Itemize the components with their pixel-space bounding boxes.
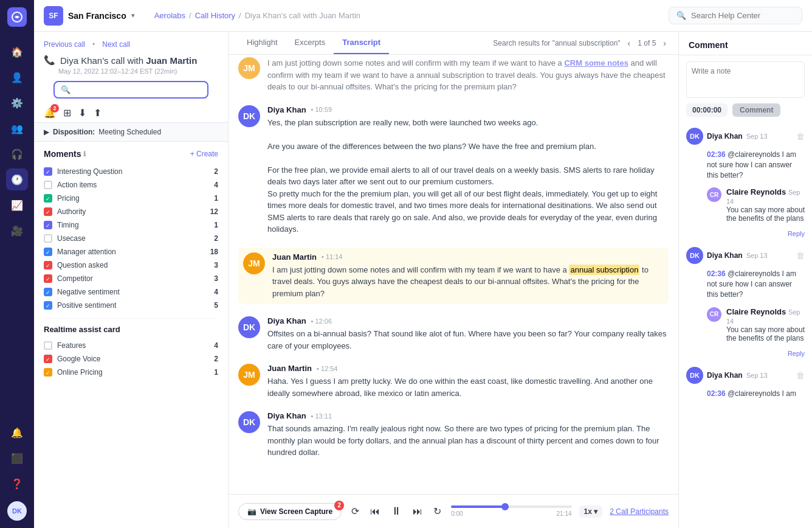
- chevron-down-icon: ▾: [131, 12, 135, 19]
- moment-item[interactable]: ✓ Positive sentiment 5: [44, 299, 218, 312]
- moment-name: Action items: [57, 181, 201, 189]
- comment-delete-icon[interactable]: 🗑: [796, 131, 805, 141]
- skip-to-end-btn[interactable]: ⏭: [410, 504, 425, 519]
- playlist-add-icon[interactable]: ⊞: [63, 107, 71, 119]
- nav-users-icon[interactable]: 👤: [6, 66, 28, 88]
- moment-checkbox[interactable]: ✓: [44, 355, 52, 363]
- moment-item[interactable]: ✓ Pricing 1: [44, 192, 218, 205]
- download-icon[interactable]: ⬇: [78, 107, 86, 119]
- moment-count: 1: [206, 194, 218, 203]
- realtime-items-list: Features 4 ✓ Google Voice 2 ✓ Online Pri…: [44, 339, 218, 379]
- comment-user-row: DK Diya Khan Sep 13 🗑: [686, 247, 805, 264]
- moment-checkbox[interactable]: [44, 234, 52, 243]
- tab-excerpts[interactable]: Excerpts: [286, 32, 334, 54]
- moment-item[interactable]: Features 4: [44, 339, 218, 352]
- nav-help-icon[interactable]: ❓: [6, 473, 28, 495]
- tab-highlight[interactable]: Highlight: [238, 32, 286, 54]
- comment-timestamp-link[interactable]: 02:36: [707, 269, 726, 278]
- comment-textarea[interactable]: [686, 61, 805, 98]
- moment-checkbox[interactable]: ✓: [44, 261, 52, 269]
- moment-name: Authority: [57, 207, 201, 216]
- progress-bar[interactable]: [451, 505, 571, 508]
- message-text: Yes, the plan subscription are really ne…: [267, 117, 669, 235]
- participants-button[interactable]: 2 Call Participants: [610, 507, 669, 516]
- comment-timestamp-link[interactable]: 02:36: [707, 150, 726, 159]
- user-avatar-nav[interactable]: DK: [7, 501, 27, 521]
- call-search-input[interactable]: annual subscription: [74, 85, 201, 94]
- nav-home-icon[interactable]: 🏠: [6, 41, 28, 63]
- workspace-selector[interactable]: SF San Francisco ▾: [44, 6, 135, 26]
- comment-submit-button[interactable]: Comment: [732, 103, 780, 117]
- nav-settings-icon[interactable]: ⚙️: [6, 92, 28, 114]
- comment-delete-icon[interactable]: 🗑: [796, 370, 805, 380]
- nav-team-icon[interactable]: 👥: [6, 117, 28, 139]
- moment-checkbox[interactable]: ✓: [44, 274, 52, 283]
- moment-checkbox[interactable]: ✓: [44, 207, 52, 216]
- moment-item[interactable]: ✓ Competitor 3: [44, 272, 218, 285]
- moment-item[interactable]: ✓ Timing 1: [44, 218, 218, 232]
- breadcrumb-org[interactable]: Aerolabs: [154, 11, 185, 20]
- prev-result-btn[interactable]: ‹: [625, 37, 633, 49]
- moment-checkbox[interactable]: [44, 181, 52, 189]
- moment-item[interactable]: ✓ Manager attention 18: [44, 245, 218, 259]
- tab-transcript[interactable]: Transcript: [334, 32, 389, 54]
- moment-name: Features: [57, 341, 201, 350]
- search-help-input[interactable]: [691, 11, 794, 20]
- moment-item[interactable]: ✓ Authority 12: [44, 205, 218, 218]
- moment-name: Pricing: [57, 194, 201, 203]
- moment-checkbox[interactable]: [44, 341, 52, 350]
- moment-checkbox[interactable]: ✓: [44, 221, 52, 229]
- skip-to-start-btn[interactable]: ⏮: [368, 504, 382, 519]
- page-info: 1 of 5: [638, 39, 656, 47]
- nav-apps-icon[interactable]: ⬛: [6, 447, 28, 469]
- skip-forward-15-btn[interactable]: ↻: [431, 503, 444, 519]
- message-group: JM I am just jotting down some notes and…: [238, 57, 669, 93]
- moment-item[interactable]: ✓ Online Pricing 1: [44, 366, 218, 379]
- call-navigation: Previous call • Next call: [44, 40, 218, 49]
- prev-call-link[interactable]: Previous call: [44, 40, 85, 49]
- disposition-bar[interactable]: ▶ Disposition: Meeting Scheduled: [34, 123, 228, 142]
- message-content: Diya Khan • 10:59 Yes, the plan subscrip…: [267, 105, 669, 235]
- moment-checkbox[interactable]: ✓: [44, 194, 52, 203]
- nav-history-icon[interactable]: 🕐: [6, 168, 28, 190]
- nav-bell-icon[interactable]: 🔔: [6, 422, 28, 443]
- moment-checkbox[interactable]: ✓: [44, 368, 52, 377]
- breadcrumb-section[interactable]: Call History: [195, 11, 235, 20]
- moment-item[interactable]: Action items 4: [44, 178, 218, 192]
- message-group: DK Diya Khan • 12:06 Offsites on a bi-an…: [238, 316, 669, 352]
- speed-badge[interactable]: 1x ▾: [579, 505, 603, 518]
- create-moment-button[interactable]: + Create: [190, 150, 218, 158]
- nav-video-icon[interactable]: 🎥: [6, 220, 28, 241]
- highlighted-message-group: JM Juan Martin • 11:14 I am just jotting…: [238, 248, 669, 305]
- avatar: JM: [238, 364, 260, 386]
- moment-item[interactable]: ✓ Question asked 3: [44, 259, 218, 272]
- nav-analytics-icon[interactable]: 📈: [6, 194, 28, 216]
- search-icon: 🔍: [676, 11, 686, 20]
- moment-checkbox[interactable]: ✓: [44, 288, 52, 296]
- next-result-btn[interactable]: ›: [661, 37, 669, 49]
- share-icon[interactable]: ⬆: [94, 107, 102, 119]
- comment-delete-icon[interactable]: 🗑: [796, 251, 805, 260]
- reply-text: You can say more about the benefits of t…: [726, 206, 805, 223]
- moment-count: 18: [206, 248, 218, 256]
- view-screen-capture-button[interactable]: 📷 View Screen Capture 2: [238, 503, 342, 520]
- moment-item[interactable]: Usecase 2: [44, 232, 218, 245]
- reply-button[interactable]: Reply: [686, 350, 805, 357]
- moment-item[interactable]: ✓ Google Voice 2: [44, 352, 218, 366]
- moment-checkbox[interactable]: ✓: [44, 167, 52, 176]
- pause-btn[interactable]: ⏸: [388, 502, 404, 520]
- moment-checkbox[interactable]: ✓: [44, 301, 52, 310]
- reply-button[interactable]: Reply: [686, 230, 805, 237]
- next-call-link[interactable]: Next call: [102, 40, 130, 49]
- message-content: Diya Khan • 13:11 That sounds amazing. I…: [267, 411, 669, 459]
- moment-item[interactable]: ✓ Negative sentiment 4: [44, 285, 218, 299]
- moment-item[interactable]: ✓ Interesting Question 2: [44, 165, 218, 178]
- comment-timestamp-link[interactable]: 02:36: [707, 389, 726, 398]
- skip-back-15-btn[interactable]: ⟳: [349, 503, 362, 519]
- message-header: Juan Martin • 12:54: [267, 364, 669, 373]
- moment-checkbox[interactable]: ✓: [44, 248, 52, 256]
- moment-name: Manager attention: [57, 248, 201, 256]
- notifications-icon[interactable]: 🔔 2: [44, 107, 56, 119]
- nav-headset-icon[interactable]: 🎧: [6, 143, 28, 165]
- message-content: Diya Khan • 12:06 Offsites on a bi-annua…: [267, 316, 669, 352]
